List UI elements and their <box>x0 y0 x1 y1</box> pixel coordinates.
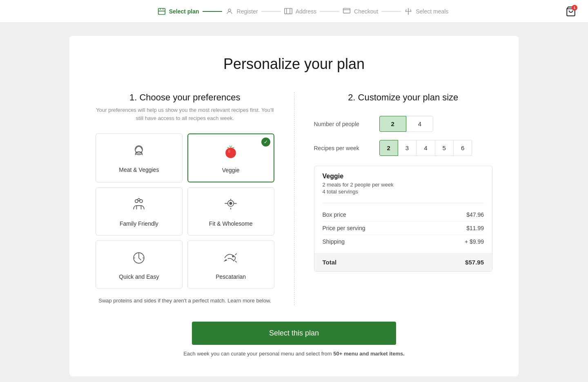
plan-size-section: 2. Customize your plan size Number of pe… <box>294 92 493 305</box>
preferences-heading: 1. Choose your preferences <box>96 92 274 103</box>
svg-point-14 <box>232 256 234 257</box>
svg-point-12 <box>229 202 232 205</box>
pescatarian-label: Pescatarian <box>216 273 246 280</box>
per-serving-value: $11.99 <box>466 225 484 231</box>
nav-step-address[interactable]: Address <box>284 7 316 16</box>
pref-card-veggie[interactable]: ✓ Veggie <box>187 133 274 182</box>
shipping-row: Shipping + $9.99 <box>323 235 484 248</box>
summary-plan-name: Veggie <box>323 173 484 180</box>
total-value: $57.95 <box>465 259 484 266</box>
cart-badge: 1 <box>572 5 577 11</box>
step-divider-3 <box>320 11 339 12</box>
plan-size-heading: 2. Customize your plan size <box>314 92 493 103</box>
summary-header: Veggie 2 meals for 2 people per week 4 t… <box>314 166 492 198</box>
per-serving-row: Price per serving $11.99 <box>323 222 484 235</box>
main-content: Personalize your plan 1. Choose your pre… <box>0 23 588 382</box>
recipes-options: 2 3 4 5 6 <box>379 140 472 156</box>
step-divider-2 <box>261 11 281 12</box>
navigation: Select plan Register Address <box>0 0 588 23</box>
svg-point-10 <box>138 198 140 201</box>
register-icon <box>225 7 234 16</box>
summary-meals-desc: 2 meals for 2 people per week <box>323 182 484 188</box>
shipping-value: + $9.99 <box>465 238 484 245</box>
nav-step-meals-label: Select meals <box>416 8 448 15</box>
svg-rect-3 <box>343 8 350 13</box>
progress-steps: Select plan Register Address <box>42 7 564 16</box>
select-plan-icon <box>158 7 166 16</box>
quick-easy-label: Quick and Easy <box>119 273 159 280</box>
pref-card-meat-veggies[interactable]: Meat & Veggies <box>96 133 183 182</box>
fit-wholesome-icon <box>222 196 240 216</box>
preferences-subtext: Your preferences will help us show you t… <box>96 106 274 122</box>
swap-note: Swap proteins and sides if they aren't a… <box>96 297 274 305</box>
pref-card-fit-wholesome[interactable]: Fit & Wholesome <box>187 187 274 235</box>
meat-veggies-label: Meat & Veggies <box>119 167 159 173</box>
people-2-button[interactable]: 2 <box>379 116 406 132</box>
recipes-row: Recipes per week 2 3 4 5 6 <box>314 140 493 156</box>
nav-step-select-meals[interactable]: Select meals <box>404 7 448 16</box>
cta-section: Select this plan Each week you can curat… <box>96 322 492 357</box>
step-divider-4 <box>381 11 401 12</box>
nav-step-checkout-label: Checkout <box>354 8 378 15</box>
plan-card: Personalize your plan 1. Choose your pre… <box>69 36 519 376</box>
fit-wholesome-label: Fit & Wholesome <box>209 220 253 227</box>
pescatarian-icon <box>222 249 240 269</box>
pref-card-family-friendly[interactable]: Family Friendly <box>96 187 183 235</box>
veggie-check: ✓ <box>261 138 270 147</box>
address-icon <box>284 7 292 16</box>
pref-card-quick-easy[interactable]: Quick and Easy <box>96 240 183 289</box>
people-4-button[interactable]: 4 <box>406 116 433 132</box>
nav-step-register[interactable]: Register <box>225 7 258 16</box>
select-meals-icon <box>404 7 412 16</box>
checkout-icon <box>343 7 351 16</box>
nav-step-register-label: Register <box>237 8 258 15</box>
cta-note: Each week you can curate your personal m… <box>96 351 492 357</box>
svg-point-6 <box>225 148 236 158</box>
recipes-6-button[interactable]: 6 <box>454 140 472 156</box>
svg-point-1 <box>228 9 231 11</box>
people-row: Number of people 2 4 <box>314 116 493 132</box>
box-price-label: Box price <box>323 211 346 218</box>
people-options: 2 4 <box>379 116 434 132</box>
nav-step-checkout[interactable]: Checkout <box>343 7 378 16</box>
two-column-layout: 1. Choose your preferences Your preferen… <box>96 92 492 305</box>
summary-total-row: Total $57.95 <box>314 253 492 271</box>
family-friendly-icon <box>130 196 148 216</box>
svg-point-7 <box>228 150 231 153</box>
recipes-label: Recipes per week <box>314 145 379 151</box>
veggie-icon <box>222 142 240 163</box>
recipes-5-button[interactable]: 5 <box>435 140 454 156</box>
preference-grid: Meat & Veggies ✓ <box>96 133 274 289</box>
per-serving-label: Price per serving <box>323 225 365 231</box>
veggie-label: Veggie <box>222 167 240 173</box>
summary-rows: Box price $47.96 Price per serving $11.9… <box>314 203 492 253</box>
shipping-label: Shipping <box>323 238 345 245</box>
quick-easy-icon <box>130 249 148 269</box>
recipes-4-button[interactable]: 4 <box>416 140 435 156</box>
box-price-value: $47.96 <box>466 211 484 218</box>
svg-rect-2 <box>285 8 292 13</box>
nav-step-select-plan[interactable]: Select plan <box>158 7 199 16</box>
summary-box: Veggie 2 meals for 2 people per week 4 t… <box>314 166 493 272</box>
recipes-3-button[interactable]: 3 <box>398 140 416 156</box>
people-label: Number of people <box>314 121 379 127</box>
nav-step-address-label: Address <box>296 8 316 15</box>
summary-servings: 4 total servings <box>323 189 484 195</box>
pref-card-pescatarian[interactable]: Pescatarian <box>187 240 274 289</box>
preferences-section: 1. Choose your preferences Your preferen… <box>96 92 294 305</box>
meat-veggies-icon <box>130 142 148 162</box>
page-title: Personalize your plan <box>96 56 492 73</box>
select-plan-button[interactable]: Select this plan <box>192 322 396 345</box>
cart-button[interactable]: 1 <box>564 4 578 19</box>
step-divider-1 <box>203 11 222 12</box>
total-label: Total <box>323 259 337 266</box>
nav-step-label: Select plan <box>169 8 199 15</box>
box-price-row: Box price $47.96 <box>323 208 484 222</box>
family-friendly-label: Family Friendly <box>120 220 158 227</box>
recipes-2-button[interactable]: 2 <box>379 140 398 156</box>
